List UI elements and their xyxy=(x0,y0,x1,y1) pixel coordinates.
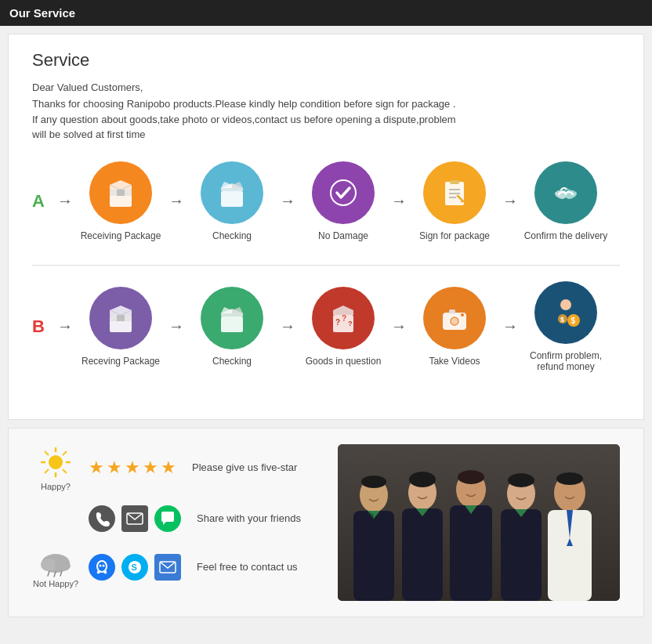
svg-rect-79 xyxy=(501,509,542,601)
staff-photo xyxy=(338,444,620,601)
svg-rect-37 xyxy=(449,309,455,313)
svg-rect-76 xyxy=(450,505,492,601)
svg-rect-21 xyxy=(117,315,125,321)
flow-label-b: B xyxy=(32,317,48,337)
svg-rect-73 xyxy=(402,508,443,601)
step-checking-b: Checking xyxy=(189,287,275,367)
svg-point-10 xyxy=(331,180,356,205)
step-no-damage: No Damage xyxy=(300,161,386,241)
step-receving: Receving Package xyxy=(78,287,164,367)
step-label-confirm-problem: Confirm problem,refund money xyxy=(530,350,602,372)
svg-text:?: ? xyxy=(335,318,340,327)
svg-point-85 xyxy=(361,476,386,488)
contact-icons: S xyxy=(89,554,181,581)
svg-rect-69 xyxy=(353,511,394,601)
svg-point-87 xyxy=(458,470,484,484)
svg-point-55 xyxy=(41,559,56,571)
flow-label-a: A xyxy=(32,191,48,212)
share-icons xyxy=(89,505,181,532)
happy-icon-area: Happy? xyxy=(32,444,79,491)
five-star-text: Please give us five-star xyxy=(192,461,297,473)
step-label-checking-b: Checking xyxy=(212,356,252,367)
svg-rect-2 xyxy=(117,190,125,196)
step-circle-sign xyxy=(423,161,486,224)
dear-text: Dear Valued Customers, xyxy=(32,81,620,93)
svg-point-36 xyxy=(451,318,458,324)
main-card: Service Dear Valued Customers, Thanks fo… xyxy=(8,34,644,420)
arrow: → xyxy=(280,317,295,335)
svg-point-63 xyxy=(103,564,105,566)
svg-rect-6 xyxy=(221,191,243,207)
step-label-receiving: Receiving Package xyxy=(81,230,161,241)
svg-line-57 xyxy=(48,571,49,576)
page-header: Our Service xyxy=(0,0,652,26)
svg-point-44 xyxy=(49,455,63,469)
bottom-section: Happy? ★ ★ ★ ★ ★ Please give us five-sta… xyxy=(8,428,644,617)
svg-marker-8 xyxy=(221,182,232,188)
step-receiving: Receiving Package xyxy=(78,161,164,241)
step-circle-receiving xyxy=(89,161,152,224)
star-5: ★ xyxy=(161,458,176,478)
happy-label: Happy? xyxy=(41,482,71,491)
step-circle-goods-question: ? ? ? xyxy=(312,287,375,349)
arrow: → xyxy=(280,192,295,210)
svg-marker-9 xyxy=(232,182,243,188)
step-label-take-videos: Take Videos xyxy=(429,356,480,367)
skype-icon: S xyxy=(121,554,148,581)
bottom-row-happy: Happy? ★ ★ ★ ★ ★ Please give us five-sta… xyxy=(32,444,322,491)
sun-icon xyxy=(38,444,74,480)
email-contact-icon xyxy=(154,554,181,581)
not-happy-label: Not Happy? xyxy=(33,579,78,588)
step-confirm-delivery: Confirm the delivery xyxy=(523,161,609,241)
not-happy-icon-area: Not Happy? xyxy=(32,546,79,588)
stars-area: ★ ★ ★ ★ ★ xyxy=(89,458,176,478)
share-text: Share with your friends xyxy=(197,512,301,524)
step-label-confirm-delivery: Confirm the delivery xyxy=(524,230,608,241)
svg-text:?: ? xyxy=(348,320,353,327)
svg-marker-3 xyxy=(110,180,132,190)
step-label-sign: Sign for package xyxy=(419,230,490,241)
svg-rect-25 xyxy=(221,317,243,332)
svg-point-62 xyxy=(100,564,102,566)
svg-point-39 xyxy=(560,299,571,310)
star-1: ★ xyxy=(89,458,104,478)
svg-point-61 xyxy=(98,562,106,571)
svg-line-52 xyxy=(45,469,49,473)
star-2: ★ xyxy=(107,458,122,478)
step-checking-a: Checking xyxy=(189,161,275,241)
step-circle-no-damage xyxy=(312,161,375,224)
chat-icon xyxy=(154,505,181,532)
step-circle-receving xyxy=(89,287,152,349)
arrow: → xyxy=(168,317,184,335)
step-take-videos: Take Videos xyxy=(411,287,498,367)
svg-marker-27 xyxy=(221,307,232,313)
step-circle-confirm-problem: $ $ xyxy=(534,281,597,344)
svg-line-49 xyxy=(45,451,49,455)
svg-text:?: ? xyxy=(342,314,346,323)
arrow: → xyxy=(391,192,407,210)
step-label-checking-a: Checking xyxy=(212,230,252,241)
arrow: → xyxy=(391,317,407,335)
svg-text:$: $ xyxy=(560,316,564,324)
bottom-row-not-happy: Not Happy? xyxy=(32,546,322,588)
step-circle-confirm-delivery xyxy=(534,161,597,224)
header-title: Our Service xyxy=(9,6,75,20)
svg-line-51 xyxy=(63,451,67,455)
bottom-row-share: Share with your friends xyxy=(32,505,322,532)
svg-point-56 xyxy=(55,560,71,571)
arrow: → xyxy=(57,317,73,335)
star-4: ★ xyxy=(143,458,158,478)
arrow: → xyxy=(502,192,518,210)
step-label-no-damage: No Damage xyxy=(318,230,368,241)
phone-icon xyxy=(89,505,115,532)
svg-point-88 xyxy=(508,473,534,487)
step-circle-take-videos xyxy=(423,287,486,349)
arrow: → xyxy=(502,317,518,335)
svg-line-50 xyxy=(63,469,67,473)
flow-row-a: A → Receiving Package → xyxy=(32,161,620,241)
cloud-icon xyxy=(36,546,75,577)
step-circle-checking-a xyxy=(201,161,263,224)
step-label-receving: Receving Package xyxy=(82,356,160,367)
svg-text:$: $ xyxy=(571,317,576,325)
arrow: → xyxy=(168,192,184,210)
